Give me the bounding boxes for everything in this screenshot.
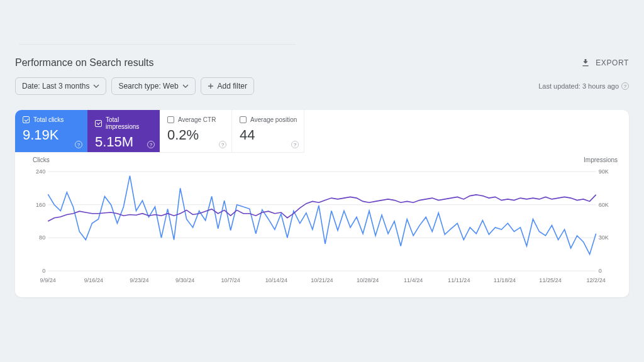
help-icon[interactable]: ? (621, 82, 629, 90)
add-filter-label: Add filter (218, 82, 247, 90)
export-label: EXPORT (596, 58, 629, 67)
chevron-down-icon (93, 83, 99, 89)
svg-text:240: 240 (36, 168, 45, 175)
search-type-filter-chip[interactable]: Search type: Web (111, 77, 195, 95)
metric-label: Total clicks (33, 116, 64, 123)
performance-chart: 080160240030K60K90K9/9/249/16/249/23/249… (33, 160, 618, 286)
help-icon[interactable]: ? (75, 141, 82, 148)
svg-text:10/21/24: 10/21/24 (311, 277, 333, 283)
metric-total-impressions[interactable]: Total impressions 5.15M ? (87, 110, 160, 153)
metric-average-position[interactable]: Average position 44 ? (232, 110, 304, 153)
export-button[interactable]: EXPORT (580, 58, 629, 68)
chevron-down-icon (182, 83, 189, 89)
download-icon (580, 58, 591, 68)
right-axis-title: Impressions (584, 156, 618, 163)
plus-icon (208, 83, 214, 89)
metric-value: 0.2% (167, 127, 225, 143)
svg-text:9/30/24: 9/30/24 (175, 277, 194, 283)
help-icon[interactable]: ? (147, 141, 155, 148)
metric-average-ctr[interactable]: Average CTR 0.2% ? (160, 110, 232, 153)
metric-value: 44 (240, 127, 297, 143)
svg-text:30K: 30K (599, 234, 609, 241)
search-type-label: Search type: Web (118, 82, 178, 90)
metric-value: 9.19K (23, 127, 81, 143)
svg-text:11/4/24: 11/4/24 (404, 277, 423, 283)
metric-label: Average position (250, 116, 297, 123)
checkbox-icon (240, 116, 247, 123)
svg-text:60K: 60K (599, 202, 609, 208)
date-filter-chip[interactable]: Date: Last 3 months (15, 77, 106, 95)
svg-text:9/16/24: 9/16/24 (84, 277, 103, 283)
performance-panel: Total clicks 9.19K ? Total impressions 5… (15, 110, 629, 297)
svg-text:90K: 90K (599, 168, 609, 175)
left-axis-title: Clicks (33, 156, 50, 163)
add-filter-chip[interactable]: Add filter (201, 77, 254, 95)
last-updated: Last updated: 3 hours ago ? (538, 82, 629, 90)
divider (19, 44, 296, 45)
svg-text:11/11/24: 11/11/24 (448, 277, 470, 283)
svg-text:10/7/24: 10/7/24 (221, 277, 240, 283)
svg-text:10/14/24: 10/14/24 (265, 277, 287, 283)
svg-text:9/9/24: 9/9/24 (40, 277, 56, 283)
metric-label: Total impressions (106, 116, 153, 130)
checkbox-icon (95, 120, 102, 127)
svg-text:11/18/24: 11/18/24 (494, 277, 516, 283)
checkbox-icon (167, 116, 174, 123)
svg-text:9/23/24: 9/23/24 (130, 277, 148, 283)
svg-text:0: 0 (42, 268, 45, 274)
svg-text:11/25/24: 11/25/24 (539, 277, 561, 283)
svg-text:160: 160 (36, 202, 45, 208)
metric-total-clicks[interactable]: Total clicks 9.19K ? (15, 110, 87, 153)
svg-text:12/2/24: 12/2/24 (586, 277, 605, 283)
checkbox-icon (23, 116, 30, 123)
svg-text:0: 0 (599, 268, 602, 274)
svg-text:10/28/24: 10/28/24 (357, 277, 379, 283)
page-title: Performance on Search results (15, 57, 154, 69)
metric-label: Average CTR (178, 116, 216, 123)
svg-text:80: 80 (39, 234, 45, 241)
help-icon[interactable]: ? (219, 141, 226, 148)
date-filter-label: Date: Last 3 months (22, 82, 89, 90)
metric-value: 5.15M (95, 134, 153, 150)
help-icon[interactable]: ? (291, 141, 299, 148)
